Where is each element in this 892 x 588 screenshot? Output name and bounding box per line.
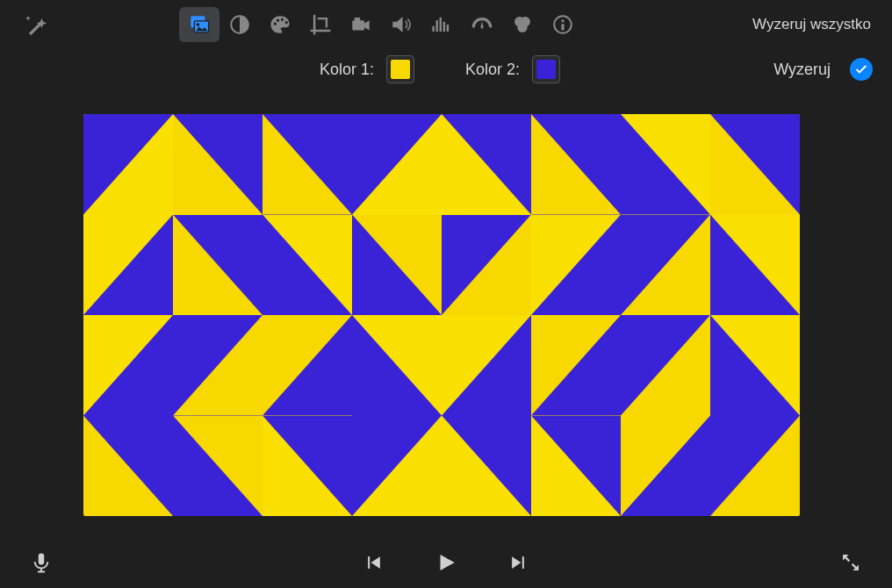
reset-button[interactable]: Wyzeruj	[773, 61, 831, 79]
svg-point-15	[561, 19, 564, 22]
pattern-cell	[531, 315, 621, 416]
clusters-icon	[511, 13, 534, 36]
info-icon	[551, 13, 574, 36]
checkmark-icon	[854, 62, 868, 76]
pattern-cell	[352, 416, 442, 517]
svg-rect-5	[355, 18, 361, 21]
play-icon	[435, 551, 457, 574]
speed-button[interactable]	[462, 7, 502, 42]
svg-rect-8	[440, 18, 442, 32]
color1-label: Kolor 1:	[320, 61, 374, 79]
eq-bars-icon	[430, 13, 453, 36]
pattern-cell	[531, 114, 621, 215]
svg-point-2	[197, 23, 200, 26]
expand-icon	[839, 551, 862, 574]
apply-checkmark-button[interactable]	[850, 58, 873, 81]
pattern-cell	[621, 416, 710, 517]
pattern-cell	[173, 416, 263, 517]
magic-wand-button[interactable]	[16, 7, 56, 42]
svg-point-13	[517, 23, 527, 32]
pattern-cell	[83, 315, 173, 416]
fullscreen-button[interactable]	[829, 543, 873, 582]
svg-rect-7	[436, 20, 438, 32]
pattern-cell	[83, 215, 173, 316]
svg-rect-4	[352, 20, 364, 30]
pattern-cell	[83, 114, 173, 215]
microphone-icon	[30, 551, 53, 574]
svg-rect-6	[432, 26, 434, 32]
speaker-icon	[390, 13, 413, 36]
color2-swatch[interactable]	[532, 55, 560, 83]
pattern-cell	[173, 315, 263, 416]
video-overlay-button[interactable]	[179, 7, 219, 42]
pattern-cell	[710, 315, 800, 416]
frames-icon	[188, 13, 211, 36]
contrast-icon	[228, 13, 251, 36]
volume-button[interactable]	[381, 7, 421, 42]
pattern-cell	[442, 114, 531, 215]
svg-rect-10	[447, 25, 449, 32]
pattern-cell	[352, 114, 442, 215]
noise-reduction-button[interactable]	[421, 7, 462, 42]
pattern-cell	[710, 215, 800, 316]
pattern-cell	[352, 315, 442, 416]
pattern-cell	[173, 114, 263, 215]
svg-rect-16	[561, 24, 564, 30]
background-pattern	[83, 114, 800, 516]
pattern-cell	[621, 215, 710, 316]
pattern-cell	[442, 315, 531, 416]
skip-back-button[interactable]	[352, 543, 396, 582]
pattern-cell	[263, 315, 352, 416]
pattern-cell	[442, 416, 531, 517]
color2-label: Kolor 2:	[465, 61, 520, 79]
crop-icon	[309, 13, 332, 36]
color-correction-button[interactable]	[260, 7, 300, 42]
preview-viewer	[83, 114, 800, 516]
svg-rect-18	[368, 556, 370, 569]
color2-chip	[536, 60, 556, 79]
magic-wand-icon	[25, 13, 47, 36]
svg-rect-9	[443, 22, 445, 32]
pattern-cell	[621, 315, 710, 416]
play-button[interactable]	[424, 543, 468, 582]
svg-rect-19	[522, 556, 524, 569]
background-color-controls: Kolor 1: Kolor 2: Wyzeruj	[0, 49, 892, 90]
color-balance-button[interactable]	[219, 7, 260, 42]
reset-all-button[interactable]: Wyzeruj wszystko	[752, 16, 876, 33]
gauge-icon	[471, 13, 493, 36]
pattern-cell	[710, 416, 800, 517]
skip-back-icon	[364, 553, 384, 572]
crop-button[interactable]	[300, 7, 341, 42]
voiceover-button[interactable]	[19, 543, 63, 582]
clip-filter-button[interactable]	[502, 7, 543, 42]
pattern-cell	[263, 416, 352, 517]
pattern-cell	[531, 215, 621, 316]
transport-bar	[0, 537, 892, 588]
palette-icon	[269, 13, 291, 36]
skip-forward-button[interactable]	[496, 543, 540, 582]
camera-icon	[349, 13, 372, 36]
skip-forward-icon	[508, 553, 528, 572]
color1-swatch[interactable]	[386, 55, 414, 83]
pattern-cell	[173, 215, 263, 316]
pattern-cell	[263, 114, 352, 215]
pattern-cell	[621, 114, 710, 215]
pattern-cell	[442, 215, 531, 316]
color1-chip	[391, 60, 410, 79]
pattern-cell	[352, 215, 442, 316]
pattern-cell	[531, 416, 621, 517]
inspector-toolbar: Wyzeruj wszystko	[0, 0, 892, 49]
svg-rect-17	[39, 553, 45, 564]
pattern-cell	[83, 416, 173, 517]
pattern-cell	[710, 114, 800, 215]
pattern-cell	[263, 215, 352, 316]
stabilization-button[interactable]	[341, 7, 381, 42]
playback-controls	[352, 543, 540, 582]
clip-info-button[interactable]	[543, 7, 583, 42]
